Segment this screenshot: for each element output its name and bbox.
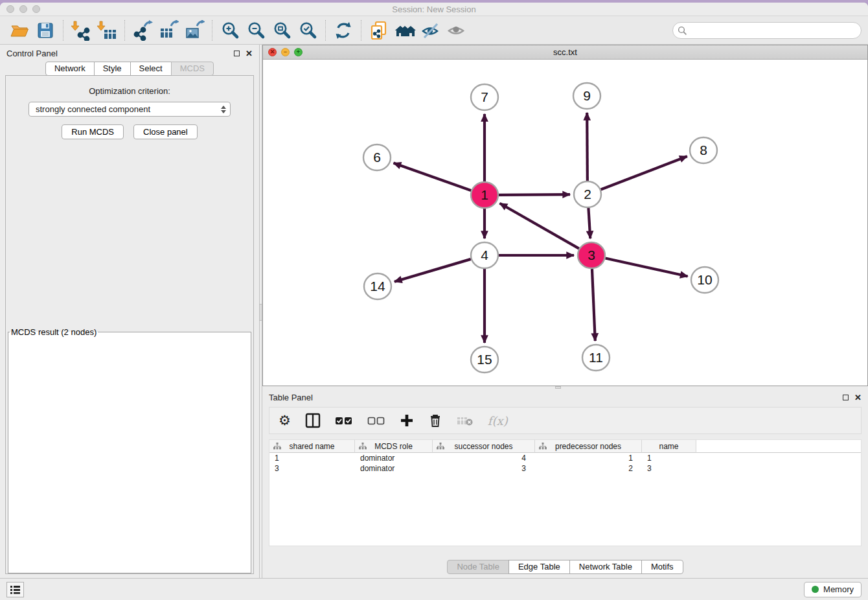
memory-button[interactable]: Memory — [804, 582, 862, 597]
cell-predecessor-nodes[interactable]: 2 — [535, 464, 642, 473]
tab-style[interactable]: Style — [94, 62, 131, 76]
control-panel: Control Panel ✕ NetworkStyleSelectMCDS O… — [0, 45, 259, 578]
table-row[interactable]: 1dominator411 — [269, 453, 861, 463]
splitter-handle[interactable] — [555, 386, 561, 389]
column-header-shared-name[interactable]: shared name — [269, 440, 355, 453]
save-session-button[interactable] — [32, 18, 58, 43]
task-history-button[interactable] — [6, 582, 24, 597]
graph-node-6[interactable]: 6 — [363, 144, 391, 170]
tab-network[interactable]: Network — [45, 62, 95, 76]
toolbar-separator — [124, 20, 125, 41]
criterion-select[interactable]: strongly connected component — [29, 102, 231, 117]
table-settings-icon[interactable]: ⚙ — [279, 411, 291, 430]
titlebar: Session: New Session — [0, 3, 868, 16]
tab-edge-table[interactable]: Edge Table — [508, 560, 570, 574]
close-panel-button[interactable]: Close panel — [133, 124, 198, 139]
graph-node-4[interactable]: 4 — [471, 242, 498, 268]
graph-edge-4-14[interactable] — [394, 259, 471, 282]
graph-edge-2-3[interactable] — [588, 208, 590, 238]
search-input[interactable] — [672, 22, 862, 39]
splitter-handle[interactable] — [259, 304, 262, 321]
cell-successor-nodes[interactable]: 3 — [433, 464, 535, 473]
zoom-fit-button[interactable] — [269, 18, 295, 43]
export-table-button[interactable] — [155, 18, 181, 43]
select-all-columns-icon[interactable] — [335, 411, 353, 430]
close-panel-icon[interactable]: ✕ — [246, 49, 253, 58]
node-label: 15 — [477, 352, 492, 367]
graph-node-8[interactable]: 8 — [690, 137, 717, 163]
delete-columns-icon[interactable] — [428, 411, 442, 430]
clone-network-icon — [369, 20, 389, 41]
split-column-icon[interactable] — [305, 411, 321, 430]
graph-node-9[interactable]: 9 — [573, 83, 600, 109]
tab-node-table[interactable]: Node Table — [447, 560, 509, 574]
close-panel-icon[interactable]: ✕ — [854, 393, 862, 402]
cell-MCDS-role[interactable]: dominator — [355, 464, 433, 473]
horizontal-splitter[interactable] — [262, 386, 868, 389]
zoom-out-button[interactable] — [243, 18, 269, 43]
graph-node-7[interactable]: 7 — [471, 84, 498, 110]
network-canvas[interactable]: 7968124314101511 — [263, 60, 867, 386]
cell-MCDS-role[interactable]: dominator — [355, 454, 433, 463]
clone-network-button[interactable] — [366, 18, 392, 43]
column-header-name[interactable]: name — [642, 440, 696, 453]
cell-name[interactable]: 3 — [642, 464, 696, 473]
table-row[interactable]: 3dominator323 — [269, 463, 861, 474]
import-network-button[interactable] — [68, 18, 94, 43]
unselect-all-columns-icon[interactable] — [367, 411, 385, 430]
float-panel-icon[interactable] — [234, 51, 240, 56]
toolbar-separator — [212, 20, 212, 41]
run-mcds-button[interactable]: Run MCDS — [62, 124, 124, 139]
vertical-splitter[interactable] — [259, 45, 262, 578]
network-close-button[interactable]: ✕ — [268, 48, 277, 56]
refresh-view-button[interactable] — [330, 18, 356, 43]
graph-node-15[interactable]: 15 — [471, 347, 498, 373]
graph-edge-3-11[interactable] — [592, 269, 595, 341]
graph-edge-2-9[interactable] — [587, 113, 588, 181]
graph-node-3[interactable]: 3 — [578, 242, 605, 268]
graph-node-10[interactable]: 10 — [691, 267, 718, 293]
graph-edge-3-10[interactable] — [605, 258, 687, 276]
show-all-button[interactable] — [444, 18, 470, 43]
table-toolbar: ⚙ — [269, 407, 862, 434]
graph-node-2[interactable]: 2 — [574, 181, 601, 207]
column-header-successor-nodes[interactable]: successor nodes — [433, 440, 535, 453]
export-network-icon — [132, 20, 153, 41]
graph-node-1[interactable]: 1 — [471, 182, 498, 208]
open-session-button[interactable] — [6, 18, 32, 43]
float-panel-icon[interactable] — [843, 395, 849, 400]
network-maximize-button[interactable]: + — [294, 48, 303, 56]
houses-icon — [394, 21, 416, 40]
content-area: Control Panel ✕ NetworkStyleSelectMCDS O… — [0, 45, 868, 578]
zoom-selected-button[interactable] — [295, 18, 321, 43]
tab-motifs[interactable]: Motifs — [641, 560, 683, 574]
cell-shared-name[interactable]: 1 — [269, 454, 355, 463]
zoom-in-button[interactable] — [217, 18, 243, 43]
hide-selected-button[interactable] — [418, 18, 444, 43]
tab-select[interactable]: Select — [130, 62, 172, 76]
network-minimize-button[interactable]: − — [281, 48, 290, 56]
graph-node-11[interactable]: 11 — [582, 345, 610, 371]
table-panel-title: Table Panel — [269, 393, 313, 402]
graph-edge-2-8[interactable] — [601, 156, 687, 189]
tab-network-table[interactable]: Network Table — [569, 560, 642, 574]
cell-name[interactable]: 1 — [642, 454, 696, 463]
column-header-MCDS-role[interactable]: MCDS role — [355, 440, 433, 453]
column-header-predecessor-nodes[interactable]: predecessor nodes — [535, 440, 642, 453]
home-layout-button[interactable] — [392, 18, 418, 43]
graph-edge-1-6[interactable] — [393, 163, 471, 190]
graph-edge-3-1[interactable] — [500, 203, 579, 249]
add-column-icon[interactable] — [400, 411, 414, 430]
tab-mcds[interactable]: MCDS — [171, 62, 214, 76]
import-table-button[interactable] — [94, 18, 120, 43]
network-graph[interactable]: 7968124314101511 — [263, 60, 867, 386]
graph-node-14[interactable]: 14 — [364, 273, 391, 299]
cell-predecessor-nodes[interactable]: 1 — [535, 454, 642, 463]
graph-edge-1-2[interactable] — [499, 194, 570, 195]
export-image-button[interactable] — [181, 18, 207, 43]
function-builder-icon[interactable]: f(x) — [488, 411, 508, 430]
delete-table-icon[interactable] — [457, 411, 474, 430]
export-network-button[interactable] — [130, 18, 155, 43]
cell-shared-name[interactable]: 3 — [269, 464, 355, 473]
cell-successor-nodes[interactable]: 4 — [433, 454, 535, 463]
